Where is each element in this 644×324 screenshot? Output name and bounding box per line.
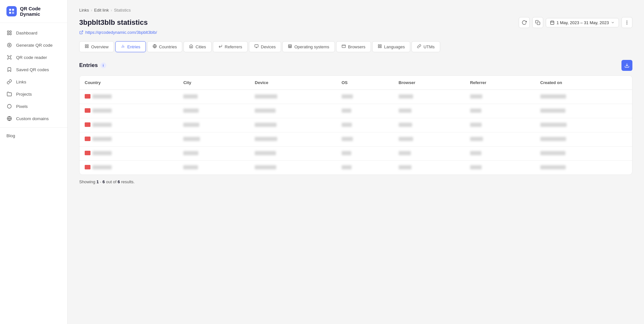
city-value: city (183, 151, 198, 155)
range-end: 6 (102, 179, 105, 184)
tab-referrers[interactable]: Referrers (213, 41, 248, 52)
sidebar-item-generate-qr[interactable]: Generate QR code (0, 39, 67, 51)
nav-divider (0, 127, 67, 128)
city-value: city (183, 123, 199, 127)
svg-line-25 (81, 31, 83, 33)
tab-browsers[interactable]: Browsers (336, 41, 371, 52)
created-on-value: date (540, 109, 565, 113)
sidebar-item-blog[interactable]: Blog (0, 130, 67, 141)
cell-country: country (80, 90, 178, 104)
cell-browser: browser (393, 104, 465, 118)
sidebar-item-links[interactable]: Links (0, 76, 67, 88)
tab-languages[interactable]: Languages (372, 41, 410, 52)
cell-os: os (336, 118, 393, 132)
languages-tab-icon (378, 44, 382, 49)
country-value: country (92, 151, 112, 155)
saved-qr-icon (6, 67, 12, 72)
svg-rect-29 (87, 47, 89, 48)
download-button[interactable] (621, 60, 632, 71)
sidebar-item-projects-label: Projects (16, 92, 32, 97)
referrers-tab-icon (218, 44, 223, 49)
svg-point-14 (7, 104, 11, 108)
country-value: country (92, 109, 112, 113)
cell-country: country (80, 147, 178, 161)
device-value: device (255, 123, 277, 127)
svg-rect-17 (537, 22, 540, 25)
cell-device: device (250, 90, 336, 104)
cell-city: city (178, 147, 250, 161)
tabs-container: Overview Entries Countries Cities Referr… (79, 41, 632, 52)
cell-country: country (80, 132, 178, 147)
breadcrumb-links[interactable]: Links (79, 8, 89, 13)
logo[interactable]: QR Code Dynamic (0, 0, 67, 23)
more-options-button[interactable] (621, 17, 632, 28)
sidebar-item-generate-qr-label: Generate QR code (16, 43, 52, 48)
tab-operating-systems[interactable]: Operating systems (282, 41, 335, 52)
cell-device: device (250, 132, 336, 147)
svg-point-11 (7, 43, 11, 47)
svg-rect-10 (10, 33, 11, 35)
city-value: city (183, 165, 198, 169)
sidebar-item-dashboard[interactable]: Dashboard (0, 27, 67, 39)
pixels-icon (6, 103, 12, 109)
cities-tab-icon (189, 44, 193, 49)
stats-url-link[interactable]: https://qrcodedynamic.com/3bpblt3blb/ (79, 30, 632, 35)
cell-city: city (178, 90, 250, 104)
date-range-button[interactable]: 1 May, 2023 – 31 May, 2023 (546, 18, 619, 27)
sidebar-item-saved-qr[interactable]: Saved QR codes (0, 63, 67, 76)
tab-devices[interactable]: Devices (249, 41, 281, 52)
copy-button[interactable] (532, 17, 543, 28)
flag-icon (85, 108, 90, 113)
svg-rect-9 (7, 33, 9, 35)
referrer-value: referrer (470, 94, 482, 99)
logo-text: QR Code Dynamic (20, 6, 61, 17)
tab-entries[interactable]: Entries (115, 41, 146, 52)
cell-city: city (178, 132, 250, 147)
col-country: Country (80, 76, 178, 90)
os-value: os (342, 137, 353, 141)
breadcrumb-edit-link[interactable]: Edit link (94, 8, 109, 13)
section-title-text: Entries (79, 62, 98, 69)
sidebar-item-links-label: Links (16, 80, 26, 84)
range-sep: - (100, 179, 101, 184)
table-row: country city device os browser referrer … (80, 104, 632, 118)
sidebar-item-pixels-label: Pixels (16, 104, 28, 109)
page-title: 3bpblt3blb statistics (79, 18, 148, 27)
table-row: country city device os browser referrer … (80, 147, 632, 161)
referrer-value: referrer (470, 165, 482, 169)
table-row: country city device os browser referrer … (80, 118, 632, 132)
created-on-value: date (540, 123, 567, 127)
tab-utms-label: UTMs (423, 44, 435, 49)
svg-rect-7 (7, 31, 9, 33)
sidebar-item-custom-domains[interactable]: Custom domains (0, 112, 67, 125)
tab-cities[interactable]: Cities (184, 41, 212, 52)
svg-point-24 (627, 24, 627, 24)
refresh-button[interactable] (519, 17, 530, 28)
showing-label: Showing (79, 179, 95, 184)
svg-rect-27 (87, 45, 89, 46)
country-value: country (92, 94, 112, 99)
sidebar-item-blog-label: Blog (6, 133, 15, 138)
svg-rect-46 (380, 45, 381, 46)
entries-table-container: Country City Device OS Browser Referrer … (79, 75, 632, 175)
tab-overview[interactable]: Overview (79, 41, 114, 52)
stats-url-text: https://qrcodedynamic.com/3bpblt3blb/ (85, 30, 157, 35)
browser-value: browser (399, 151, 411, 155)
tab-utms[interactable]: UTMs (412, 41, 440, 52)
dashboard-icon (6, 30, 12, 36)
os-value: os (342, 151, 351, 155)
info-icon[interactable]: i (100, 62, 106, 68)
sidebar-item-projects[interactable]: Projects (0, 88, 67, 100)
city-value: city (183, 94, 198, 99)
os-value: os (342, 123, 352, 127)
tab-countries[interactable]: Countries (147, 41, 183, 52)
table-row: country city device os browser referrer … (80, 90, 632, 104)
sidebar-item-pixels[interactable]: Pixels (0, 100, 67, 112)
cell-os: os (336, 132, 393, 147)
city-value: city (183, 109, 199, 113)
entries-tab-icon (121, 44, 125, 49)
sidebar-item-dashboard-label: Dashboard (16, 31, 37, 35)
breadcrumb-current: Statistics (114, 8, 131, 13)
col-city: City (178, 76, 250, 90)
sidebar-item-qr-reader[interactable]: QR code reader (0, 51, 67, 63)
